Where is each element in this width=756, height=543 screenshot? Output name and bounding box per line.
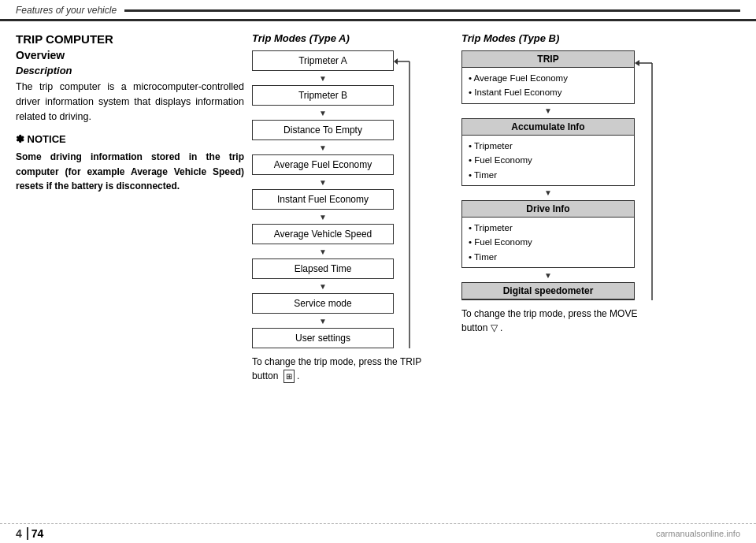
middle-column: Trip Modes (Type A) Tripmeter A Tripmete… — [244, 32, 449, 383]
flow-box-service: Service mode — [252, 293, 394, 314]
type-b-caption: To change the trip mode, press the MOVE … — [461, 307, 643, 335]
notice-title: ✽ NOTICE — [16, 133, 244, 145]
section-title: TRIP COMPUTER — [16, 32, 244, 46]
flow-b-trip: TRIP • Average Fuel Economy • Instant Fu… — [461, 50, 635, 104]
arrow-2 — [319, 106, 327, 120]
left-column: TRIP COMPUTER Overview Description The t… — [16, 32, 244, 383]
arrow-8 — [319, 314, 327, 328]
header-bar: Features of your vehicle — [0, 0, 756, 21]
flow-b-trip-header: TRIP — [462, 51, 634, 68]
flow-b-accum: Accumulate Info • Tripmeter • Fuel Econo… — [461, 118, 635, 186]
caption-text-label: To change the trip mode, press the TRIP … — [252, 356, 421, 381]
flow-b-drive-body: • Tripmeter • Fuel Economy • Timer — [462, 218, 634, 267]
flow-box-avg-fuel: Average Fuel Economy — [252, 154, 394, 175]
accum-item-3: • Timer — [469, 168, 628, 182]
svg-marker-3 — [394, 58, 398, 65]
arrow-4 — [319, 175, 327, 189]
arrow-6 — [319, 244, 327, 258]
drive-item-2: • Fuel Economy — [469, 235, 628, 249]
header-line — [124, 9, 740, 12]
b-arrow-2 — [461, 186, 635, 200]
return-arrow-svg — [394, 50, 417, 348]
flow-box-elapsed: Elapsed Time — [252, 258, 394, 279]
flow-box-tripmeter-a: Tripmeter A — [252, 50, 394, 71]
flow-b-drive-header: Drive Info — [462, 201, 634, 218]
type-a-flowchart: Tripmeter A Tripmeter B Distance To Empt… — [252, 50, 394, 348]
type-b-flowchart: TRIP • Average Fuel Economy • Instant Fu… — [461, 50, 635, 300]
type-a-caption: To change the trip mode, press the TRIP … — [252, 355, 425, 383]
trip-item-1: • Average Fuel Economy — [469, 71, 628, 85]
flow-box-tripmeter-b: Tripmeter B — [252, 85, 394, 106]
drive-item-3: • Timer — [469, 250, 628, 264]
trip-item-2: • Instant Fuel Economy — [469, 85, 628, 99]
arrow-7 — [319, 279, 327, 293]
drive-item-1: • Tripmeter — [469, 221, 628, 235]
flow-box-dte: Distance To Empty — [252, 120, 394, 140]
type-b-flow-wrapper: TRIP • Average Fuel Economy • Instant Fu… — [461, 50, 635, 300]
trip-icon: ⊞ — [284, 370, 295, 383]
arrow-1 — [319, 71, 327, 85]
footer: 4 74 carmanualsonline.info — [0, 523, 756, 543]
watermark: carmanualsonline.info — [656, 529, 740, 538]
subsection-title: Overview — [16, 49, 244, 61]
flow-b-digital: Digital speedometer — [461, 282, 635, 300]
b-arrow-1 — [461, 104, 635, 118]
desc-text: The trip computer is a microcomputer-con… — [16, 80, 244, 124]
b-arrow-3 — [461, 268, 635, 282]
type-b-title: Trip Modes (Type B) — [461, 32, 740, 44]
caption-period: . — [297, 370, 299, 381]
arrow-5 — [319, 210, 327, 224]
page-number-box: 4 74 — [16, 527, 43, 540]
header-title: Features of your vehicle — [16, 5, 117, 16]
flow-b-accum-header: Accumulate Info — [462, 119, 634, 136]
svg-marker-7 — [635, 60, 639, 66]
flow-b-trip-body: • Average Fuel Economy • Instant Fuel Ec… — [462, 68, 634, 103]
notice-symbol: ✽ NOTICE — [16, 133, 66, 145]
flow-b-accum-body: • Tripmeter • Fuel Economy • Timer — [462, 136, 634, 185]
page-num-right: 74 — [32, 527, 44, 540]
flow-b-drive: Drive Info • Tripmeter • Fuel Economy • … — [461, 200, 635, 268]
flow-b-digital-header: Digital speedometer — [462, 283, 634, 299]
type-a-flow-wrapper: Tripmeter A Tripmeter B Distance To Empt… — [252, 50, 394, 348]
desc-label: Description — [16, 65, 244, 76]
accum-item-1: • Tripmeter — [469, 139, 628, 153]
arrow-3 — [319, 140, 327, 154]
main-content: TRIP COMPUTER Overview Description The t… — [0, 21, 756, 383]
accum-item-2: • Fuel Economy — [469, 153, 628, 167]
right-column: Trip Modes (Type B) TRIP • Average Fuel … — [449, 32, 740, 383]
page-num-left: 4 — [16, 527, 28, 540]
notice-text: Some driving information stored in the t… — [16, 150, 244, 194]
flow-box-avg-speed: Average Vehicle Speed — [252, 224, 394, 244]
type-a-title: Trip Modes (Type A) — [252, 32, 449, 44]
flow-box-user-settings: User settings — [252, 328, 394, 348]
flow-box-inst-fuel: Instant Fuel Economy — [252, 189, 394, 210]
return-arrow-b-svg — [635, 50, 658, 300]
